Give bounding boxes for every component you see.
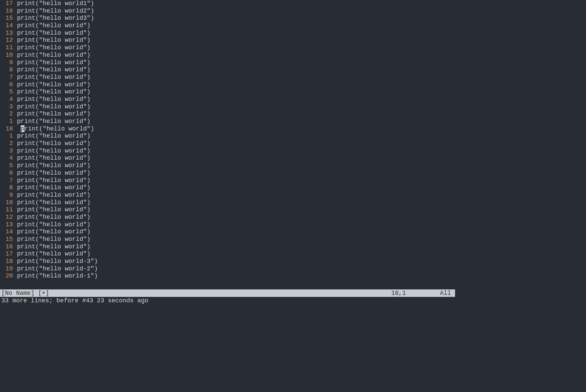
code-line[interactable]: 16print("hello world") xyxy=(0,243,455,251)
code-text[interactable]: print("hello world") xyxy=(14,162,90,170)
code-text[interactable]: print("hello world") xyxy=(14,66,90,74)
code-text[interactable]: print("hello world") xyxy=(14,140,90,147)
code-line[interactable]: 5print("hello world") xyxy=(0,162,455,170)
line-number: 9 xyxy=(0,192,14,199)
line-number: 12 xyxy=(0,37,14,44)
code-line[interactable]: 3print("hello world") xyxy=(0,103,455,111)
code-line[interactable]: 14print("hello world") xyxy=(0,22,455,30)
line-number: 1 xyxy=(0,132,14,140)
code-text[interactable]: print("hello world") xyxy=(14,81,90,89)
code-line[interactable]: 6print("hello world") xyxy=(0,81,455,89)
line-number: 14 xyxy=(0,22,14,30)
code-line[interactable]: 7print("hello world") xyxy=(0,74,455,81)
code-line[interactable]: 18 print("hello world") xyxy=(0,125,455,133)
code-text[interactable]: print("hello world") xyxy=(14,177,90,184)
line-number: 17 xyxy=(0,0,14,7)
code-line[interactable]: 11print("hello world") xyxy=(0,206,455,214)
code-line[interactable]: 4print("hello world") xyxy=(0,96,455,103)
code-text[interactable]: print("hello world") xyxy=(14,132,90,140)
status-filename: [No Name] xyxy=(1,290,34,297)
code-line[interactable]: 2print("hello world") xyxy=(0,140,455,147)
code-text[interactable]: print("hello world") xyxy=(14,110,90,118)
code-text[interactable]: print("hello world") xyxy=(14,221,90,229)
code-text[interactable]: print("hello world") xyxy=(14,155,90,162)
code-text[interactable]: print("hello world-1") xyxy=(14,272,98,280)
code-line[interactable]: 10print("hello world") xyxy=(0,199,455,207)
line-number: 16 xyxy=(0,243,14,251)
code-text[interactable]: print("hello world") xyxy=(14,22,90,30)
line-number: 7 xyxy=(0,74,14,81)
code-line[interactable]: 3print("hello world") xyxy=(0,147,455,155)
code-line[interactable]: 9print("hello world") xyxy=(0,192,455,199)
code-line[interactable]: 11print("hello world") xyxy=(0,44,455,52)
line-number: 3 xyxy=(0,103,14,111)
line-number: 14 xyxy=(0,228,14,236)
code-line[interactable]: 16print("hello world2") xyxy=(0,7,455,15)
code-line[interactable]: 5print("hello world") xyxy=(0,88,455,96)
code-text[interactable]: print("hello world") xyxy=(14,59,90,67)
code-text[interactable]: print("hello world3") xyxy=(14,15,94,22)
code-text[interactable]: print("hello world-2") xyxy=(14,265,98,273)
line-number: 15 xyxy=(0,15,14,22)
code-line[interactable]: 2print("hello world") xyxy=(0,110,455,118)
line-number: 6 xyxy=(0,81,14,89)
code-text[interactable]: print("hello world") xyxy=(14,118,90,125)
code-text[interactable]: print("hello world") xyxy=(14,88,90,96)
code-text[interactable]: print("hello world") xyxy=(14,52,90,59)
code-line[interactable]: 6print("hello world") xyxy=(0,170,455,177)
line-number: 2 xyxy=(0,110,14,118)
code-line[interactable]: 4print("hello world") xyxy=(0,155,455,162)
line-number: 13 xyxy=(0,221,14,229)
code-text[interactable]: print("hello world") xyxy=(14,192,90,199)
line-number: 6 xyxy=(0,170,14,177)
code-text[interactable]: print("hello world") xyxy=(14,184,90,192)
code-text[interactable]: print("hello world") xyxy=(14,96,90,103)
code-text[interactable]: print("hello world") xyxy=(14,44,90,52)
code-text[interactable]: print("hello world") xyxy=(14,170,90,177)
code-line[interactable]: 13print("hello world") xyxy=(0,221,455,229)
code-line[interactable]: 7print("hello world") xyxy=(0,177,455,184)
code-line[interactable]: 10print("hello world") xyxy=(0,52,455,59)
code-text[interactable]: print("hello world") xyxy=(14,250,90,258)
code-text[interactable]: print("hello world") xyxy=(14,103,90,111)
editor-area[interactable]: 17print("hello world1")16print("hello wo… xyxy=(0,0,455,289)
code-text[interactable]: print("hello world") xyxy=(14,37,90,44)
code-text[interactable]: print("hello world") xyxy=(14,147,90,155)
code-line[interactable]: 17print("hello world") xyxy=(0,250,455,258)
code-text[interactable]: print("hello world") xyxy=(14,206,90,214)
code-text[interactable]: print("hello world") xyxy=(14,74,90,81)
status-scroll: All xyxy=(440,289,454,297)
status-modified: [+] xyxy=(38,290,49,297)
code-line[interactable]: 18print("hello world-3") xyxy=(0,258,455,265)
status-position: 18,1 xyxy=(391,289,406,297)
code-line[interactable]: 1print("hello world") xyxy=(0,132,455,140)
code-line[interactable]: 12print("hello world") xyxy=(0,37,455,44)
code-line[interactable]: 9print("hello world") xyxy=(0,59,455,67)
code-text[interactable]: print("hello world1") xyxy=(14,0,94,7)
code-line[interactable]: 8print("hello world") xyxy=(0,184,455,192)
code-text[interactable]: print("hello world-3") xyxy=(14,258,98,265)
code-line[interactable]: 14print("hello world") xyxy=(0,228,455,236)
code-line[interactable]: 19print("hello world-2") xyxy=(0,265,455,273)
line-number: 13 xyxy=(0,30,14,37)
code-text[interactable]: print("hello world") xyxy=(14,125,94,133)
code-line[interactable]: 17print("hello world1") xyxy=(0,0,455,7)
line-number: 20 xyxy=(0,272,14,280)
code-text[interactable]: print("hello world") xyxy=(14,30,90,37)
code-text[interactable]: print("hello world") xyxy=(14,214,90,221)
code-line[interactable]: 20print("hello world-1") xyxy=(0,272,455,280)
code-line[interactable]: 12print("hello world") xyxy=(0,214,455,221)
code-text[interactable]: print("hello world") xyxy=(14,199,90,207)
code-line[interactable]: 15print("hello world") xyxy=(0,236,455,243)
line-number: 10 xyxy=(0,199,14,207)
code-line[interactable]: 8print("hello world") xyxy=(0,66,455,74)
code-line[interactable]: 15print("hello world3") xyxy=(0,15,455,22)
code-text[interactable]: print("hello world") xyxy=(14,228,90,236)
code-text[interactable]: print("hello world2") xyxy=(14,7,94,15)
code-text[interactable]: print("hello world") xyxy=(14,236,90,243)
code-line[interactable]: 1print("hello world") xyxy=(0,118,455,125)
line-number: 4 xyxy=(0,155,14,162)
code-line[interactable]: 13print("hello world") xyxy=(0,30,455,37)
code-text[interactable]: print("hello world") xyxy=(14,243,90,251)
line-number: 5 xyxy=(0,88,14,96)
